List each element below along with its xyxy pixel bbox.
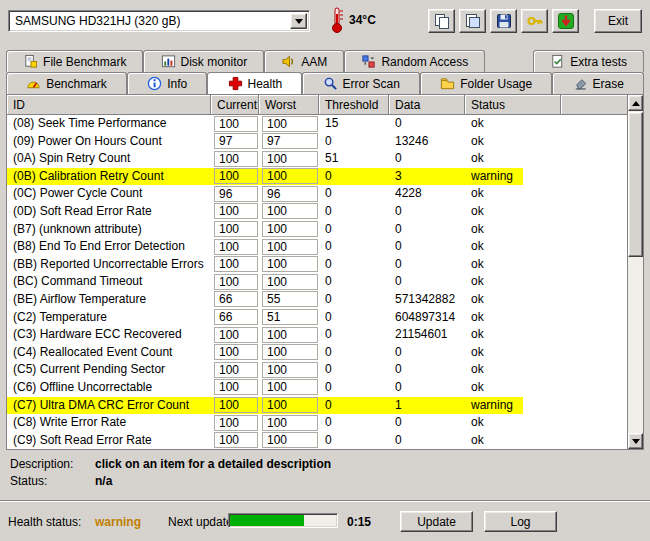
cell-status: ok: [471, 309, 561, 327]
cell-worst: 100: [262, 397, 318, 413]
table-row[interactable]: (C4) Reallocated Event Count10010000ok: [7, 344, 628, 362]
benchmark-icon: [26, 76, 41, 91]
cell-id: (BE) Airflow Temperature: [13, 291, 211, 309]
cell-threshold: 0: [325, 414, 391, 432]
smart-table-header: ID Current Worst Threshold Data Status: [7, 95, 628, 115]
description-value: click on an item for a detailed descript…: [95, 457, 331, 471]
cell-status: ok: [471, 115, 561, 133]
cell-threshold: 51: [325, 150, 391, 168]
table-row[interactable]: (C6) Offline Uncorrectable10010000ok: [7, 379, 628, 397]
temperature-value: 34°C: [349, 13, 376, 27]
table-row[interactable]: (B7) (unknown attribute)10010000ok: [7, 221, 628, 239]
tab-folder-usage[interactable]: Folder Usage: [420, 72, 552, 94]
exit-button[interactable]: Exit: [594, 9, 642, 33]
cell-worst: 100: [262, 151, 318, 167]
tab-extra-tests[interactable]: Extra tests: [533, 50, 644, 72]
cell-worst: 100: [262, 344, 318, 360]
tab-erase[interactable]: Erase: [552, 72, 644, 94]
drive-select[interactable]: SAMSUNG HD321HJ (320 gB): [8, 10, 310, 32]
copy-button[interactable]: [428, 9, 455, 33]
log-button[interactable]: Log: [484, 511, 557, 532]
cell-current: 100: [214, 168, 258, 184]
table-row[interactable]: (09) Power On Hours Count9797013246ok: [7, 133, 628, 151]
cell-data: 13246: [395, 133, 469, 151]
tab-health[interactable]: Health: [207, 72, 302, 94]
options-key-icon: [526, 12, 544, 30]
tab-label: Disk monitor: [181, 55, 248, 69]
cell-current: 100: [214, 239, 258, 255]
cell-status: ok: [471, 326, 561, 344]
cell-current: 66: [214, 309, 258, 325]
tab-aam[interactable]: AAM: [264, 50, 344, 72]
table-row[interactable]: (0B) Calibration Retry Count10010003warn…: [7, 168, 628, 186]
column-header-current[interactable]: Current: [211, 95, 259, 114]
cell-id: (0B) Calibration Retry Count: [13, 168, 211, 186]
tab-disk-monitor[interactable]: Disk monitor: [143, 50, 264, 72]
column-header-worst[interactable]: Worst: [259, 95, 319, 114]
cell-status: ok: [471, 133, 561, 151]
tab-info[interactable]: Info: [127, 72, 207, 94]
cell-data: 3: [395, 168, 469, 186]
cell-worst: 100: [262, 203, 318, 219]
cell-current: 100: [214, 203, 258, 219]
update-button[interactable]: Update: [400, 511, 473, 532]
erase-icon: [573, 76, 588, 91]
update-check-button[interactable]: [552, 9, 579, 33]
cell-current: 100: [214, 362, 258, 378]
table-row[interactable]: (C3) Hardware ECC Recovered1001000211546…: [7, 326, 628, 344]
table-row[interactable]: (C8) Write Error Rate10010000ok: [7, 414, 628, 432]
table-row[interactable]: (0C) Power Cycle Count969604228ok: [7, 185, 628, 203]
tab-label: Error Scan: [343, 77, 400, 91]
table-row[interactable]: (C5) Current Pending Sector10010000ok: [7, 361, 628, 379]
cell-threshold: 0: [325, 273, 391, 291]
cell-threshold: 0: [325, 432, 391, 449]
table-row[interactable]: (08) Seek Time Performance100100150ok: [7, 115, 628, 133]
table-row[interactable]: (B8) End To End Error Detection10010000o…: [7, 238, 628, 256]
table-row[interactable]: (BC) Command Timeout10010000ok: [7, 273, 628, 291]
tab-error-scan[interactable]: Error Scan: [302, 72, 420, 94]
cell-worst: 100: [262, 327, 318, 343]
scroll-down-icon[interactable]: [628, 433, 643, 449]
cell-data: 0: [395, 115, 469, 133]
copy-image-button[interactable]: [459, 9, 486, 33]
scrollbar-thumb[interactable]: [628, 112, 643, 257]
column-header-id[interactable]: ID: [7, 95, 211, 114]
cell-status: ok: [471, 256, 561, 274]
chevron-down-icon[interactable]: [290, 13, 307, 29]
cell-worst: 100: [262, 256, 318, 272]
tab-label: AAM: [301, 55, 327, 69]
save-button[interactable]: [490, 9, 517, 33]
cell-worst: 97: [262, 133, 318, 149]
cell-threshold: 0: [325, 203, 391, 221]
cell-id: (B7) (unknown attribute): [13, 221, 211, 239]
options-button[interactable]: [521, 9, 548, 33]
table-row[interactable]: (C7) Ultra DMA CRC Error Count10010001wa…: [7, 397, 628, 415]
table-row[interactable]: (BE) Airflow Temperature66550571342882ok: [7, 291, 628, 309]
table-row[interactable]: (C2) Temperature66510604897314ok: [7, 309, 628, 327]
cell-current: 100: [214, 397, 258, 413]
tab-label: Health: [248, 77, 283, 91]
cell-threshold: 0: [325, 361, 391, 379]
next-update-label: Next update:: [168, 515, 236, 529]
vertical-scrollbar[interactable]: [627, 95, 643, 449]
cell-status: ok: [471, 273, 561, 291]
column-header-status[interactable]: Status: [465, 95, 561, 114]
tab-random-access[interactable]: Random Access: [344, 50, 485, 72]
cell-threshold: 0: [325, 221, 391, 239]
cell-id: (C2) Temperature: [13, 309, 211, 327]
error-scan-icon: [323, 76, 338, 91]
tab-label: Info: [167, 77, 187, 91]
scroll-up-icon[interactable]: [628, 95, 643, 111]
tab-benchmark[interactable]: Benchmark: [6, 72, 127, 94]
file-benchmark-icon: [23, 54, 38, 69]
tab-file-benchmark[interactable]: File Benchmark: [6, 50, 143, 72]
toolbar-buttons: [428, 9, 579, 33]
table-row[interactable]: (BB) Reported Uncorrectable Errors100100…: [7, 256, 628, 274]
table-row[interactable]: (0A) Spin Retry Count100100510ok: [7, 150, 628, 168]
column-header-threshold[interactable]: Threshold: [319, 95, 389, 114]
tab-label: Folder Usage: [460, 77, 532, 91]
column-header-data[interactable]: Data: [389, 95, 465, 114]
table-row[interactable]: (C9) Soft Read Error Rate10010000ok: [7, 432, 628, 449]
cell-current: 100: [214, 432, 258, 448]
table-row[interactable]: (0D) Soft Read Error Rate10010000ok: [7, 203, 628, 221]
